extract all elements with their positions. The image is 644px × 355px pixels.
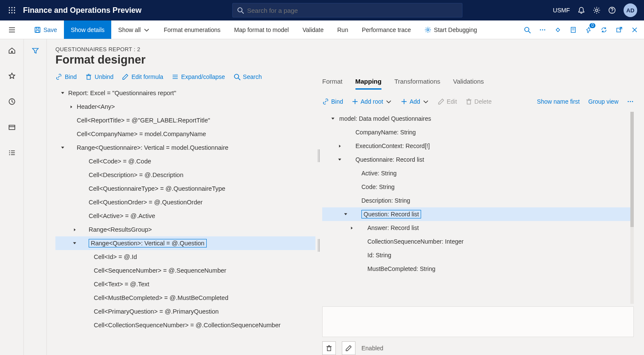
tree-node[interactable]: Cell<Text> = @.Text bbox=[55, 277, 315, 291]
user-avatar[interactable]: AD bbox=[624, 3, 637, 17]
company-label[interactable]: USMF bbox=[553, 7, 570, 14]
tree-node[interactable]: Answer: Record list bbox=[322, 221, 634, 235]
format-tree[interactable]: Report: Excel = "Questionnaires report" … bbox=[55, 86, 315, 355]
notifications-icon[interactable] bbox=[578, 6, 585, 14]
scrollbar[interactable] bbox=[630, 112, 634, 304]
tree-node[interactable]: model: Data model Questionnaires bbox=[322, 112, 634, 125]
delete-row-button[interactable] bbox=[322, 341, 336, 355]
map-format-button[interactable]: Map format to model bbox=[227, 20, 295, 39]
workspaces-icon[interactable] bbox=[3, 119, 20, 136]
tree-node[interactable]: Report: Excel = "Questionnaires report" bbox=[55, 86, 315, 100]
hamburger-icon[interactable] bbox=[0, 20, 24, 39]
diamond-icon[interactable] bbox=[550, 20, 566, 39]
delete-button: Delete bbox=[465, 98, 491, 105]
search-icon bbox=[234, 73, 240, 80]
tree-node[interactable]: Cell<MustBeCompleted> = @.MustBeComplete… bbox=[55, 291, 315, 305]
add-button[interactable]: Add bbox=[401, 98, 429, 105]
tab-transformations[interactable]: Transformations bbox=[394, 78, 440, 90]
expand-collapse-button[interactable]: Expand/collapse bbox=[172, 73, 225, 80]
add-root-button[interactable]: Add root bbox=[352, 98, 392, 105]
tree-node[interactable]: Cell<CollectionSequenceNumber> = @.Colle… bbox=[55, 318, 315, 332]
tab-format[interactable]: Format bbox=[322, 78, 343, 90]
tree-node[interactable]: Cell<ReportTitle> = @"GER_LABEL:ReportTi… bbox=[55, 113, 315, 127]
tree-node-selected[interactable]: Range<Question>: Vertical = @.Question bbox=[55, 236, 315, 250]
edit-row-button[interactable] bbox=[342, 341, 355, 355]
tree-node[interactable]: Range<Questionnaire>: Vertical = model.Q… bbox=[55, 141, 315, 154]
expand-icon bbox=[172, 73, 179, 80]
popout-icon[interactable] bbox=[612, 20, 627, 39]
tree-node[interactable]: MustBeCompleted: String bbox=[322, 262, 634, 276]
tree-node[interactable]: Code: String bbox=[322, 180, 634, 194]
show-name-first-button[interactable]: Show name first bbox=[537, 98, 580, 105]
tree-node[interactable]: CompanyName: String bbox=[322, 125, 634, 139]
more-icon[interactable] bbox=[535, 20, 550, 39]
recent-icon[interactable] bbox=[3, 93, 20, 110]
help-icon[interactable] bbox=[608, 6, 616, 14]
unbind-button[interactable]: Unbind bbox=[85, 73, 113, 80]
pin-icon[interactable]: 0 bbox=[581, 20, 596, 39]
tree-node[interactable]: Cell<Id> = @.Id bbox=[55, 250, 315, 264]
trash-icon bbox=[85, 73, 92, 80]
tree-node-selected[interactable]: Question: Record list bbox=[322, 207, 634, 221]
show-details-button[interactable]: Show details bbox=[64, 20, 111, 39]
left-rail bbox=[0, 39, 24, 355]
search-button[interactable]: Search bbox=[234, 73, 262, 80]
gear-icon bbox=[425, 26, 431, 33]
chevron-down-icon bbox=[385, 98, 392, 105]
home-icon[interactable] bbox=[3, 42, 20, 59]
validate-button[interactable]: Validate bbox=[296, 20, 331, 39]
enabled-label: Enabled bbox=[361, 345, 383, 352]
tree-node[interactable]: Cell<Description> = @.Description bbox=[55, 168, 315, 182]
link-icon bbox=[322, 98, 329, 105]
edit-formula-button[interactable]: Edit formula bbox=[122, 73, 163, 80]
plus-icon bbox=[352, 98, 358, 105]
search-input[interactable] bbox=[247, 7, 458, 14]
doc-icon[interactable] bbox=[566, 20, 581, 39]
bind-button-right[interactable]: Bind bbox=[322, 98, 343, 105]
tree-node[interactable]: Cell<CompanyName> = model.CompanyName bbox=[55, 127, 315, 141]
global-search[interactable] bbox=[232, 3, 462, 17]
more-icon[interactable] bbox=[627, 98, 634, 105]
tree-node[interactable]: Header<Any> bbox=[55, 100, 315, 113]
tree-node[interactable]: Cell<QuestionOrder> = @.QuestionOrder bbox=[55, 195, 315, 209]
show-all-button[interactable]: Show all bbox=[111, 20, 157, 39]
refresh-icon[interactable] bbox=[596, 20, 612, 39]
tree-node[interactable]: Cell<Active> = @.Active bbox=[55, 209, 315, 223]
close-icon[interactable] bbox=[627, 20, 642, 39]
run-button[interactable]: Run bbox=[330, 20, 355, 39]
tab-mapping[interactable]: Mapping bbox=[355, 78, 382, 90]
filter-icon[interactable] bbox=[32, 47, 39, 355]
page-title: Format designer bbox=[55, 53, 315, 67]
tree-node[interactable]: Active: String bbox=[322, 166, 634, 180]
breadcrumb: QUESTIONNAIRES REPORT : 2 bbox=[55, 46, 315, 52]
start-debugging-button[interactable]: Start Debugging bbox=[418, 20, 484, 39]
performance-trace-button[interactable]: Performance trace bbox=[355, 20, 418, 39]
top-nav: Finance and Operations Preview USMF AD bbox=[0, 0, 644, 20]
format-enumerations-button[interactable]: Format enumerations bbox=[157, 20, 227, 39]
tree-node[interactable]: CollectionSequenceNumber: Integer bbox=[322, 235, 634, 248]
find-icon[interactable] bbox=[520, 20, 535, 39]
tree-node[interactable]: Cell<SequenceNumber> = @.SequenceNumber bbox=[55, 264, 315, 277]
splitter[interactable] bbox=[315, 46, 322, 355]
details-pane bbox=[322, 306, 634, 337]
tree-node[interactable]: Cell<PrimaryQuestion> = @.PrimaryQuestio… bbox=[55, 305, 315, 318]
tree-node[interactable]: Cell<QuestionnaireType> = @.Questionnair… bbox=[55, 182, 315, 195]
app-launcher-icon[interactable] bbox=[3, 6, 20, 14]
search-icon bbox=[237, 7, 244, 14]
tree-node[interactable]: ExecutionContext: Record[!] bbox=[322, 139, 634, 153]
favorites-icon[interactable] bbox=[3, 67, 20, 84]
bind-button[interactable]: Bind bbox=[55, 73, 77, 80]
group-view-button[interactable]: Group view bbox=[588, 98, 618, 105]
save-button[interactable]: Save bbox=[27, 20, 64, 39]
chevron-down-icon bbox=[143, 26, 150, 33]
settings-icon[interactable] bbox=[593, 6, 601, 14]
tree-node[interactable]: Range<ResultsGroup> bbox=[55, 223, 315, 236]
tree-node[interactable]: Cell<Code> = @.Code bbox=[55, 154, 315, 168]
chevron-down-icon bbox=[422, 98, 429, 105]
tree-node[interactable]: Questionnaire: Record list bbox=[322, 153, 634, 166]
modules-icon[interactable] bbox=[3, 144, 20, 161]
tab-validations[interactable]: Validations bbox=[453, 78, 484, 90]
tree-node[interactable]: Id: String bbox=[322, 248, 634, 262]
mapping-tree[interactable]: model: Data model Questionnaires Company… bbox=[322, 112, 634, 304]
tree-node[interactable]: Description: String bbox=[322, 194, 634, 207]
